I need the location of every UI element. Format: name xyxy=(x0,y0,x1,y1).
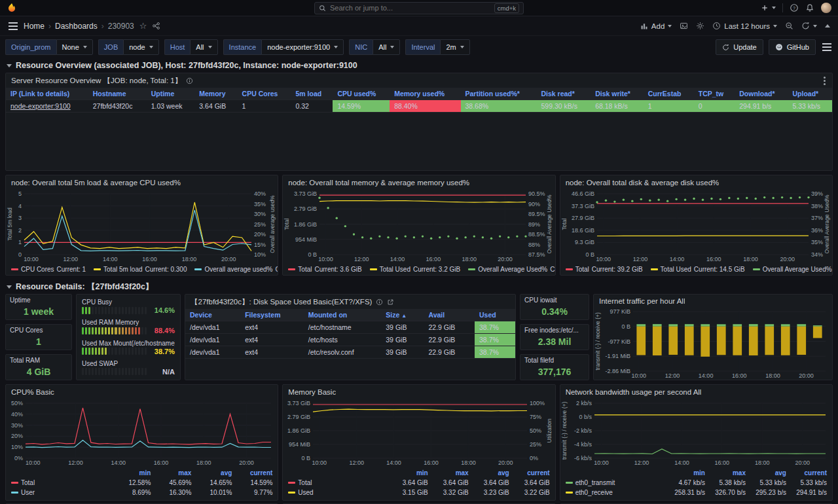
svg-text:0 B: 0 B xyxy=(308,251,318,258)
chart-legend-table[interactable]: minmaxavgcurrenteth0_transmit4.67 kb/s5.… xyxy=(560,467,832,500)
time-range-label: Last 12 hours xyxy=(724,22,770,30)
svg-text:30%: 30% xyxy=(254,211,266,217)
internet-traffic-chart[interactable]: 977 KiB0 B-977 KiB-1.91 MiB-2.86 MiB10:0… xyxy=(594,308,832,380)
network-bandwidth-chart[interactable]: 2 kb/s0 b/s-2 kb/s-4 kb/s-6 kb/s10:0012:… xyxy=(560,399,832,467)
svg-text:954 MiB: 954 MiB xyxy=(289,441,310,448)
section-resource-details[interactable]: Resource Details: 【27fbfd43f20c】 xyxy=(5,279,833,294)
cpu-basic-chart[interactable]: 50%40%30%20%10%0%10:0012:0014:0016:0018:… xyxy=(6,399,278,467)
svg-text:100%: 100% xyxy=(530,400,545,406)
memory-chart[interactable]: 3.73 GiB2.79 GiB1.86 GiB954 MiB0 B90.5%9… xyxy=(283,190,555,263)
panel-list-icon[interactable] xyxy=(821,42,833,52)
search-input[interactable] xyxy=(330,4,490,12)
filter-value-dropdown[interactable]: None xyxy=(56,39,93,55)
svg-text:18:00: 18:00 xyxy=(462,256,477,262)
zoom-out-icon[interactable] xyxy=(785,22,793,30)
refresh-button[interactable] xyxy=(801,22,817,30)
chevron-down-icon xyxy=(7,64,12,67)
svg-text:14:00: 14:00 xyxy=(387,459,402,466)
github-button[interactable]: GitHub xyxy=(769,39,816,55)
filter-job[interactable]: JOB node xyxy=(98,39,159,55)
favorite-star-icon[interactable]: ☆ xyxy=(139,21,147,31)
chart-legend-table[interactable]: minmaxavgcurrentTotal12.58%45.69%14.65%1… xyxy=(6,467,278,500)
external-link-icon[interactable] xyxy=(387,298,394,306)
grafana-logo[interactable] xyxy=(7,3,17,13)
disk-table[interactable]: DeviceFilesystemMounted onSize▲AvailUsed… xyxy=(185,309,515,359)
filter-label: Host xyxy=(164,39,191,55)
filter-value-dropdown[interactable]: All xyxy=(190,39,217,55)
stat-free-inodes: Free inodes:/etc/... 2.38 Mil xyxy=(520,324,589,350)
filter-origin-prom[interactable]: Origin_prom None xyxy=(5,39,93,55)
filter-value-dropdown[interactable]: All xyxy=(373,39,400,55)
svg-text:40%: 40% xyxy=(11,411,23,418)
filter-label: JOB xyxy=(98,39,123,55)
svg-text:27.9 GiB: 27.9 GiB xyxy=(572,215,594,221)
breadcrumb-dashboards[interactable]: Dashboards xyxy=(55,22,98,31)
info-icon[interactable] xyxy=(186,77,193,84)
chart-legend[interactable]: CPU CoresCurrent: 1Total 5m loadCurrent:… xyxy=(6,263,278,275)
svg-text:18.6 GiB: 18.6 GiB xyxy=(572,227,594,234)
svg-text:16:00: 16:00 xyxy=(142,256,157,262)
memory-basic-panel: Memory Basic 3.73 GiB2.79 GiB1.86 GiB954… xyxy=(282,384,555,501)
svg-text:16:00: 16:00 xyxy=(714,459,729,466)
breadcrumb-home[interactable]: Home xyxy=(24,22,45,31)
stat-total-ram: Total RAM 4 GiB xyxy=(5,354,72,380)
add-panel-button[interactable]: Add xyxy=(640,22,672,30)
settings-gear-icon[interactable] xyxy=(696,22,704,30)
snapshot-icon[interactable] xyxy=(680,22,688,30)
share-icon[interactable] xyxy=(152,22,160,30)
svg-text:Total: Total xyxy=(561,218,568,230)
internet-traffic-panel: Internet traffic per hour All 977 KiB0 B… xyxy=(593,294,833,380)
panel-title: Server Resource Overview 【JOB: node, Tot… xyxy=(11,76,182,86)
svg-text:50%: 50% xyxy=(530,427,541,434)
svg-text:34%: 34% xyxy=(811,251,823,258)
filter-host[interactable]: Host All xyxy=(164,39,218,55)
user-avatar[interactable] xyxy=(821,3,831,13)
nav-toolbar: Home › Dashboards › 230903 ☆ Add Last 12… xyxy=(0,16,838,36)
chart-legend[interactable]: TotalCurrent: 39.2 GiBTotal UsedCurrent:… xyxy=(560,263,832,275)
update-button[interactable]: Update xyxy=(716,39,763,55)
panel-title: CPU% Basic xyxy=(11,388,54,396)
notifications-bell-icon[interactable] xyxy=(805,3,814,12)
svg-text:12:00: 12:00 xyxy=(665,372,680,379)
filter-value-dropdown[interactable]: 2m xyxy=(440,39,469,55)
time-range-picker[interactable]: Last 12 hours xyxy=(712,22,777,30)
svg-text:4: 4 xyxy=(18,203,22,209)
network-bandwidth-panel: Network bandwidth usage per second All 2… xyxy=(560,384,833,501)
search-bar[interactable]: cmd+k xyxy=(314,2,524,14)
panel-title: node: Overall total memory & average mem… xyxy=(288,179,469,187)
svg-text:2.79 GiB: 2.79 GiB xyxy=(287,414,310,420)
top-nav: cmd+k ? xyxy=(0,0,838,16)
chart-legend-table[interactable]: minmaxavgcurrentTotal3.64 GiB3.64 GiB3.6… xyxy=(283,467,555,500)
svg-text:14:00: 14:00 xyxy=(111,459,126,466)
server-table[interactable]: IP (Link to details)HostnameUptimeMemory… xyxy=(6,88,832,113)
filter-interval[interactable]: Interval 2m xyxy=(405,39,469,55)
svg-text:35%: 35% xyxy=(254,201,266,207)
svg-text:16:00: 16:00 xyxy=(732,372,747,379)
chart-legend[interactable]: TotalCurrent: 3.6 GiBTotal UsedCurrent: … xyxy=(283,263,555,275)
svg-text:25%: 25% xyxy=(254,221,266,228)
svg-text:20:00: 20:00 xyxy=(795,459,810,466)
load-chart[interactable]: 54321040%35%30%25%20%15%10%10:0012:0014:… xyxy=(6,190,278,263)
add-menu-button[interactable] xyxy=(761,4,776,12)
load-chart-panel: node: Overall total 5m load & average CP… xyxy=(5,175,278,276)
svg-text:10:00: 10:00 xyxy=(596,256,611,262)
stat-title: CPU Cores xyxy=(6,325,71,334)
info-icon[interactable] xyxy=(376,298,383,306)
menu-hamburger-icon[interactable] xyxy=(8,21,18,31)
svg-text:1.86 GiB: 1.86 GiB xyxy=(294,221,317,228)
filter-nic[interactable]: NIC All xyxy=(349,39,400,55)
panel-menu-icon[interactable] xyxy=(824,80,827,82)
stat-title: Uptime xyxy=(6,295,71,304)
svg-text:12:00: 12:00 xyxy=(64,256,79,262)
kiosk-chevron-up-icon[interactable] xyxy=(825,24,830,27)
filter-value-dropdown[interactable]: node-exporter:9100 xyxy=(261,39,344,55)
help-icon[interactable]: ? xyxy=(790,3,799,12)
disk-chart[interactable]: 46.6 GiB37.3 GiB27.9 GiB18.6 GiB9.3 GiB0… xyxy=(560,190,832,263)
filter-instance[interactable]: Instance node-exporter:9100 xyxy=(223,39,344,55)
section-resource-overview[interactable]: Resource Overview (associated JOB), Host… xyxy=(5,58,833,73)
svg-text:18:00: 18:00 xyxy=(461,459,476,466)
memory-basic-chart[interactable]: 3.73 GiB2.79 GiB1.86 GiB954 MiB0 B100%75… xyxy=(283,399,555,467)
search-icon xyxy=(319,5,326,12)
filter-value-dropdown[interactable]: node xyxy=(123,39,158,55)
svg-text:-1.91 MiB: -1.91 MiB xyxy=(605,353,630,359)
